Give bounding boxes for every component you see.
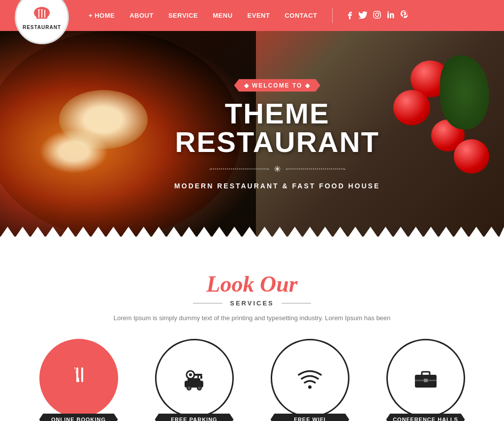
- svg-rect-17: [200, 376, 202, 379]
- service-label-parking: FREE PARKING: [155, 414, 234, 421]
- nav-divider: [332, 8, 333, 23]
- service-circle-wrap-parking: FREE PARKING: [155, 339, 234, 418]
- service-card-wifi: FREE WIFI Communication skills, includin…: [262, 339, 358, 421]
- service-circle-wrap-wifi: FREE WIFI: [271, 339, 349, 418]
- hero-subtitle: MODERN RESTAURANT & FAST FOOD HOUSE: [151, 182, 403, 190]
- service-card-booking: ONLINE BOOKING Communication skills, inc…: [31, 339, 126, 421]
- logo-text: RESTAURANT: [23, 25, 61, 30]
- hero-background: WELCOME TO THEME RESTAURANT ✳ MODERN RES…: [0, 31, 504, 238]
- nav-about[interactable]: ABOUT: [129, 12, 154, 19]
- logo-icon: [32, 5, 52, 24]
- services-description: Lorem Ipsum is simply dummy text of the …: [30, 314, 474, 322]
- nav-home[interactable]: HOME: [89, 12, 115, 19]
- service-circle-wrap-booking: ONLINE BOOKING: [39, 339, 118, 418]
- svg-rect-25: [422, 372, 430, 376]
- service-label-booking: ONLINE BOOKING: [39, 414, 118, 421]
- hero-divider-right: [286, 169, 345, 170]
- services-grid: ONLINE BOOKING Communication skills, inc…: [30, 339, 474, 421]
- service-circle-wrap-conference: CONFERENCE HALLS: [386, 339, 465, 418]
- svg-point-8: [375, 13, 378, 17]
- svg-rect-27: [424, 379, 428, 382]
- services-subtitle-wrap: SERVICES: [30, 300, 474, 307]
- pinterest-icon[interactable]: [401, 10, 408, 21]
- subtitle-line-left: [193, 303, 222, 303]
- hero-content: WELCOME TO THEME RESTAURANT ✳ MODERN RES…: [151, 79, 403, 190]
- twitter-icon[interactable]: [358, 11, 367, 20]
- main-nav: HOME ABOUT SERVICE MENU EVENT CONTACT: [89, 8, 494, 23]
- parking-icon: [181, 365, 208, 392]
- facebook-icon[interactable]: [347, 10, 352, 21]
- hero-star-icon: ✳: [274, 164, 281, 175]
- service-card-parking: FREE PARKING Communication skills, inclu…: [146, 339, 242, 421]
- service-circle-conference: [386, 339, 465, 418]
- wifi-icon: [296, 367, 323, 390]
- service-label-conference: CONFERENCE HALLS: [386, 414, 465, 421]
- nav-contact[interactable]: CONTACT: [284, 12, 317, 19]
- conference-icon: [413, 368, 439, 389]
- service-label-wifi: FREE WIFI: [271, 414, 349, 421]
- hero-divider-left: [210, 169, 269, 170]
- svg-point-23: [308, 385, 312, 389]
- zigzag-separator: [0, 237, 504, 251]
- services-section: Look Our SERVICES Lorem Ipsum is simply …: [0, 251, 504, 421]
- service-circle-wifi: [271, 339, 349, 418]
- social-icons-group: [347, 10, 408, 21]
- svg-point-21: [187, 386, 191, 390]
- service-circle-parking: [155, 339, 234, 418]
- service-circle-booking: [39, 339, 118, 418]
- instagram-icon[interactable]: [373, 11, 381, 20]
- svg-rect-7: [374, 11, 380, 18]
- services-script-title: Look Our: [30, 271, 474, 297]
- services-subtitle: SERVICES: [230, 300, 274, 307]
- hero-divider: ✳: [151, 164, 403, 175]
- service-card-conference: CONFERENCE HALLS Communication skills, i…: [378, 339, 473, 421]
- svg-point-9: [378, 12, 379, 13]
- nav-menu[interactable]: MENU: [213, 12, 232, 19]
- hero-badge: WELCOME TO: [234, 79, 320, 92]
- svg-point-15: [189, 373, 192, 376]
- nav-service[interactable]: SERVICE: [168, 12, 198, 19]
- svg-point-11: [387, 11, 389, 13]
- svg-rect-10: [387, 13, 389, 18]
- svg-rect-16: [193, 374, 202, 376]
- nav-event[interactable]: EVENT: [248, 12, 270, 19]
- header: RESTAURANT HOME ABOUT SERVICE MENU EVENT…: [0, 0, 504, 31]
- svg-point-22: [197, 386, 201, 390]
- subtitle-line-right: [282, 303, 311, 303]
- svg-rect-13: [81, 367, 83, 382]
- svg-rect-18: [197, 376, 199, 378]
- svg-rect-20: [188, 378, 200, 383]
- hero-section: WELCOME TO THEME RESTAURANT ✳ MODERN RES…: [0, 31, 504, 238]
- linkedin-icon[interactable]: [387, 11, 395, 20]
- hero-title: THEME RESTAURANT: [151, 99, 403, 156]
- utensils-icon: [66, 363, 91, 393]
